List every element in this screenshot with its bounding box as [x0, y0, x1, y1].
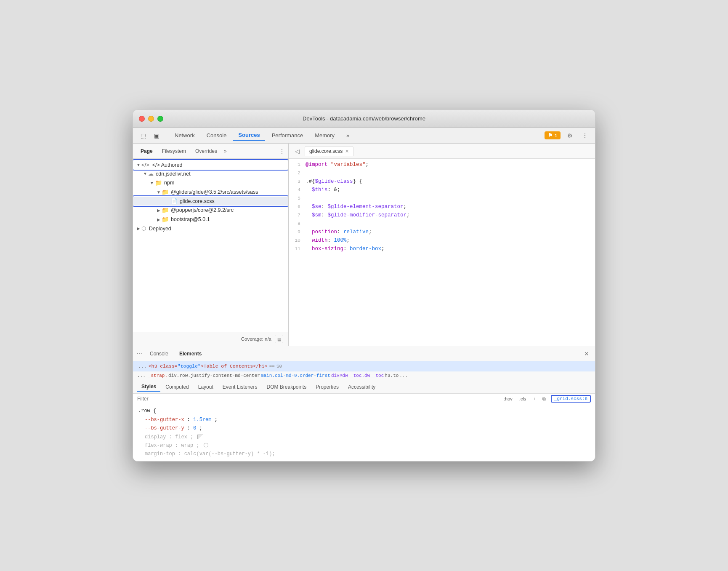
maximize-button[interactable] [157, 116, 163, 122]
styles-tab-event-listeners[interactable]: Event Listeners [218, 383, 262, 391]
styles-content: .row { --bs-gutter-x : 1.5rem ; --bs-gut… [133, 404, 595, 461]
code-back-icon[interactable]: ◁ [292, 146, 302, 156]
bootstrap-label: bootstrap@5.0.1 [171, 216, 210, 222]
bottom-close-icon[interactable]: ✕ [582, 349, 592, 359]
bc-more[interactable]: ... [399, 373, 408, 378]
window-title: DevTools - datacadamia.com/web/browser/c… [303, 115, 425, 122]
hov-cls-bar: :hov .cls + ⧉ _grid.scss:6 [502, 395, 591, 403]
code-line-8: 8 [289, 219, 595, 228]
tab-console-bottom[interactable]: Console [145, 349, 173, 358]
notification-badge[interactable]: ⚑ 1 [545, 131, 561, 139]
bc-div-toc[interactable]: div#dw__toc.dw__toc [331, 373, 384, 378]
cdn-label: cdn.jsdelivr.net [156, 171, 191, 177]
tab-network[interactable]: Network [170, 131, 200, 140]
bc-h3[interactable]: h3.to [385, 373, 399, 378]
panel-dots-menu[interactable]: ⋮ [279, 148, 285, 155]
styles-tab-dom-breakpoints[interactable]: DOM Breakpoints [262, 383, 311, 391]
file-node[interactable]: 📄 glide.core.scss [133, 197, 288, 205]
tab-panel-more[interactable]: » [222, 147, 228, 155]
bootstrap-node[interactable]: ▶ 📁 bootstrap@5.0.1 [133, 215, 288, 224]
inspect-icon[interactable]: ⬚ [137, 130, 149, 141]
settings-icon[interactable]: ⚙ [564, 130, 576, 141]
styles-tab-layout[interactable]: Layout [194, 383, 218, 391]
file-tree: ▼ </> </> Authored ▼ ☁ cdn.jsdelivr.net … [133, 159, 288, 332]
authored-node[interactable]: ▼ </> </> Authored [133, 160, 288, 169]
coverage-bar: Coverage: n/a ▤ [133, 332, 288, 346]
rule-selector: .row { [138, 408, 156, 414]
styles-tab-accessibility[interactable]: Accessibility [344, 383, 380, 391]
source-link[interactable]: _grid.scss:6 [551, 395, 591, 403]
code-line-6: 6 $se: $glide-element-separator; [289, 203, 595, 211]
css-rule: .row { --bs-gutter-x : 1.5rem ; --bs-gut… [138, 407, 590, 458]
tab-filesystem[interactable]: Filesystem [158, 147, 190, 156]
code-line-5: 5 [289, 194, 595, 203]
code-tab-close[interactable]: ✕ [345, 149, 349, 154]
devtools-toolbar: ⬚ ▣ Network Console Sources Performance … [133, 128, 595, 144]
copy-styles-button[interactable]: ⧉ [541, 395, 547, 403]
css-prop-gutter-x: --bs-gutter-x : 1.5rem ; [145, 416, 590, 424]
code-line-9: 9 position: relative; [289, 228, 595, 236]
popperjs-arrow: ▶ [156, 207, 162, 213]
code-line-4: 4 $this: &; [289, 186, 595, 194]
selected-dots: ... [138, 363, 147, 369]
tab-elements-bottom[interactable]: Elements [174, 349, 207, 358]
authored-label: </> Authored [152, 162, 183, 168]
npm-label: npm [164, 180, 174, 186]
code-panel: ◁ glide.core.scss ✕ 1 @import "variables… [289, 144, 595, 346]
coverage-icon[interactable]: ▤ [275, 335, 283, 343]
css-properties: --bs-gutter-x : 1.5rem ; --bs-gutter-y :… [138, 416, 590, 459]
title-bar: DevTools - datacadamia.com/web/browser/c… [133, 110, 595, 128]
cloud-icon: ☁ [148, 171, 154, 177]
tab-overrides[interactable]: Overrides [191, 147, 221, 156]
minimize-button[interactable] [148, 116, 154, 122]
flex-wrap-info-icon[interactable]: ⓘ [204, 443, 208, 448]
device-icon[interactable]: ▣ [151, 130, 162, 141]
popperjs-node[interactable]: ▶ 📁 @popperjs/core@2.9.2/src [133, 205, 288, 215]
css-prop-display: display : flex ; [145, 433, 590, 441]
bottom-panel: ⋯ Console Elements ✕ ... <h3 class="togg… [133, 346, 595, 461]
npm-arrow: ▼ [149, 180, 155, 186]
tab-sources[interactable]: Sources [233, 130, 265, 141]
bottom-toolbar-dots[interactable]: ⋯ [136, 350, 142, 357]
npm-node[interactable]: ▼ 📁 npm [133, 178, 288, 187]
glideis-arrow: ▼ [156, 189, 162, 195]
plus-button[interactable]: + [531, 395, 537, 402]
css-prop-gutter-y: --bs-gutter-y : 0 ; [145, 424, 590, 432]
code-line-10: 10 width: 100%; [289, 236, 595, 245]
tab-more[interactable]: » [341, 131, 354, 140]
glideis-node[interactable]: ▼ 📁 @glideis/glide@3.5.2/src/assets/sass [133, 187, 288, 197]
deployed-node[interactable]: ▶ ⬡ Deployed [133, 224, 288, 233]
npm-folder-icon: 📁 [155, 179, 162, 186]
code-content[interactable]: 1 @import "variables"; 2 3 .#{$glide-cla… [289, 159, 595, 346]
styles-tab-computed[interactable]: Computed [161, 383, 193, 391]
css-prop-margin-top: margin-top : calc(var(--bs-gutter-y) * -… [145, 450, 590, 458]
cls-button[interactable]: .cls [518, 395, 528, 402]
main-area: Page Filesystem Overrides » ⋮ ▼ </> </> … [133, 144, 595, 346]
close-button[interactable] [139, 116, 145, 122]
toolbar-separator [166, 131, 166, 140]
authored-arrow: ▼ [136, 162, 141, 168]
styles-tab-properties[interactable]: Properties [311, 383, 343, 391]
breadcrumb-bar: ... _strap. div.row.justify-content-md-c… [133, 371, 595, 380]
hov-button[interactable]: :hov [502, 395, 514, 402]
bc-strap[interactable]: _strap. [148, 373, 167, 378]
devtools-window: DevTools - datacadamia.com/web/browser/c… [133, 109, 595, 461]
panel-tabs: Page Filesystem Overrides » ⋮ [133, 144, 288, 159]
file-panel: Page Filesystem Overrides » ⋮ ▼ </> </> … [133, 144, 289, 346]
more-options-icon[interactable]: ⋮ [579, 130, 591, 141]
cdn-node[interactable]: ▼ ☁ cdn.jsdelivr.net [133, 169, 288, 178]
bc-divrow[interactable]: div.row.justify-content-md-center [168, 373, 260, 378]
glideis-label: @glideis/glide@3.5.2/src/assets/sass [171, 189, 258, 195]
tab-page[interactable]: Page [136, 147, 157, 156]
bc-main[interactable]: main.col-md-9.order-first [261, 373, 330, 378]
code-tab-filename: glide.core.scss [309, 148, 343, 154]
code-tab-active[interactable]: glide.core.scss ✕ [305, 146, 353, 156]
styles-tab-styles[interactable]: Styles [137, 382, 160, 392]
tab-console[interactable]: Console [202, 131, 232, 140]
tab-memory[interactable]: Memory [310, 131, 340, 140]
tab-performance[interactable]: Performance [267, 131, 308, 140]
deployed-label: Deployed [149, 226, 171, 232]
flex-layout-icon[interactable] [197, 435, 203, 439]
styles-filter-input[interactable] [137, 396, 502, 402]
toolbar-right: ⚑ 1 ⚙ ⋮ [545, 130, 591, 141]
